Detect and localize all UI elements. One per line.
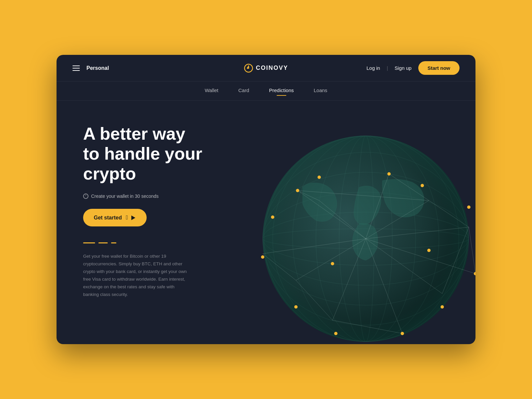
svg-point-43: [401, 332, 404, 335]
nav-loans[interactable]: Loans: [314, 87, 327, 94]
svg-point-1: [248, 66, 249, 67]
logo-text: COINOVY: [256, 65, 288, 71]
coinovy-logo-icon: [244, 64, 253, 73]
get-started-button[interactable]: Get started : [83, 209, 147, 226]
svg-point-39: [467, 205, 470, 209]
browser-window: Personal COINOVY Log in | Sign up Start …: [57, 55, 475, 344]
hero-section: A better way to handle your crypto Creat…: [57, 101, 243, 344]
svg-point-38: [421, 184, 424, 187]
svg-point-46: [261, 255, 264, 259]
start-now-button[interactable]: Start now: [418, 61, 460, 75]
personal-label: Personal: [86, 65, 109, 71]
svg-point-42: [441, 305, 444, 309]
logo[interactable]: COINOVY: [244, 64, 288, 73]
hero-subtitle: Create your wallet in 30 seconds: [83, 194, 243, 199]
svg-point-45: [294, 305, 298, 309]
svg-point-41: [474, 272, 475, 275]
nav-wallet[interactable]: Wallet: [205, 87, 218, 94]
svg-marker-2: [131, 215, 135, 220]
globe-visualization: [236, 101, 475, 344]
header: Personal COINOVY Log in | Sign up Start …: [57, 55, 475, 81]
globe-svg: [236, 101, 475, 344]
line-1: [83, 242, 95, 243]
hero-title: A better way to handle your crypto: [83, 124, 243, 184]
nav-predictions[interactable]: Predictions: [269, 87, 294, 94]
login-link[interactable]: Log in: [366, 65, 380, 71]
decorative-lines: [83, 242, 243, 243]
svg-point-48: [296, 189, 299, 192]
sub-navigation: Wallet Card Predictions Loans: [57, 81, 475, 101]
main-content: A better way to handle your crypto Creat…: [57, 101, 475, 344]
line-2: [98, 242, 108, 243]
nav-divider: |: [387, 66, 388, 71]
header-right: Log in | Sign up Start now: [366, 61, 460, 75]
hero-description: Get your free wallet for Bitcoin or othe…: [83, 253, 190, 299]
apple-icon: : [126, 214, 128, 221]
svg-point-44: [334, 332, 337, 335]
store-icons: : [126, 214, 136, 221]
clock-icon: [83, 194, 88, 199]
header-left: Personal: [72, 65, 109, 71]
svg-point-47: [271, 215, 274, 219]
nav-card[interactable]: Card: [238, 87, 249, 94]
svg-line-34: [469, 227, 475, 274]
line-3: [111, 242, 116, 243]
svg-point-51: [331, 262, 334, 265]
svg-point-50: [427, 249, 431, 252]
play-store-icon: [130, 215, 136, 221]
svg-point-49: [318, 176, 321, 179]
signup-link[interactable]: Sign up: [395, 65, 412, 71]
svg-point-37: [387, 172, 391, 176]
hamburger-menu[interactable]: [72, 66, 80, 71]
